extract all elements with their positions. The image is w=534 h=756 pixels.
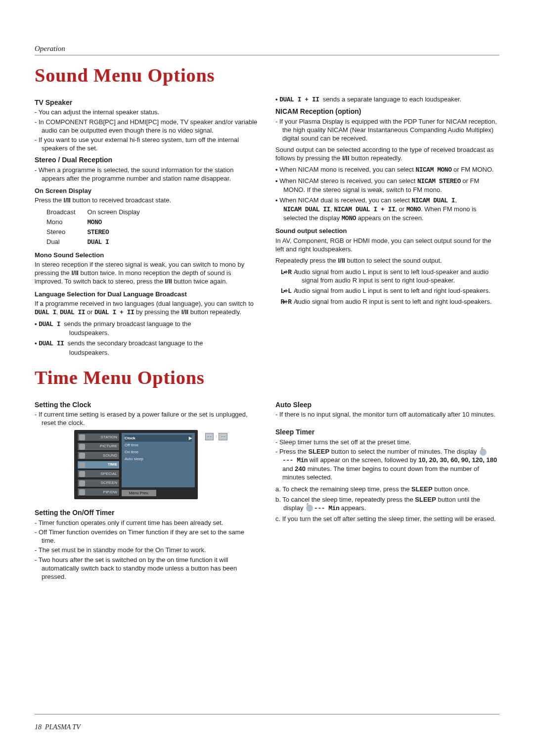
sleep-icon [480,449,487,456]
list-item: L+L :Audio signal from audio L input is … [275,286,499,295]
clock-list: If current time setting is erased by a p… [35,410,259,427]
stereo-dual-heading: Stereo / Dual Reception [35,155,259,164]
sound-out-p1: In AV, Component, RGB or HDMI mode, you … [275,236,499,253]
sound-title: Sound Menu Options [35,64,499,86]
list-item: When a programme is selected, the sound … [35,166,259,183]
list-item: In COMPONENT RGB[PC] and HDMI[PC] mode, … [35,118,259,135]
tv-tab-picture: PICTURE [77,442,120,451]
list-item: DUAL I sends the primary broadcast langu… [35,320,259,337]
list-item: When NICAM stereo is received, you can s… [275,177,499,194]
tv-tab-sound: SOUND [77,451,120,460]
osd-th: Broadcast [46,207,88,217]
lang-sel-text: If a programme received in two languages… [35,299,259,317]
list-item: If your Plasma Display is equipped with … [275,117,499,142]
list-item: b. To cancel the sleep time, repeatedly … [275,495,499,513]
footer-rule [35,714,499,714]
speaker-icon [79,453,85,459]
dual-extra: DUAL I + II sends a separate language to… [275,95,499,104]
mono-sel-text: In stereo reception if the stereo signal… [35,260,259,285]
onoff-list: Timer function operates only if current … [35,519,259,581]
tv-left-pane: STATION PICTURE SOUND TIME SPECIAL SCREE… [77,433,120,496]
sound-out-label: Sound output selection [275,227,499,235]
tv-speaker-list: You can adjust the internal speaker stat… [35,108,259,152]
tv-tab-station: STATION [77,433,120,441]
list-item: If there is no input signal, the monitor… [275,410,499,419]
tv-right-pane: Clock▶ Off time On time Auto sleep [122,433,195,487]
osd-cell: MONO [88,219,102,226]
page-footer: 18 PLASMA TV [35,714,499,731]
list-item: R+R :Audio signal from audio R input is … [275,297,499,306]
list-item: If current time setting is erased by a p… [35,410,259,427]
lang-sel-bullets: DUAL I sends the primary broadcast langu… [35,320,259,357]
tv-tab-time: TIME [77,461,120,469]
list-item: Press the SLEEP button to select the num… [275,447,499,482]
osd-cell: DUAL I [88,238,109,246]
time-col-left: Setting the Clock If current time settin… [35,397,259,584]
tv-tab-special: SPECIAL [77,470,120,478]
sleep-icon [306,505,313,512]
mono-sel-label: Mono Sound Selection [35,251,259,259]
sound-out-rows: L+R :Audio signal from audio L input is … [275,268,499,307]
pip-icon [79,489,85,495]
tv-menu-prev: Menu Prev. [122,490,156,496]
onoff-heading: Setting the On/Off Timer [35,508,259,517]
osd-cell: Dual [46,237,88,247]
sleep-timer-abc: a. To check the remaining sleep time, pr… [275,485,499,523]
sound-col-left: TV Speaker You can adjust the internal s… [35,95,259,360]
osd-table: BroadcastOn screen Display MonoMONO Ster… [46,207,152,247]
list-item: Off Timer function overrides on Timer fu… [35,528,259,545]
nicam-heading: NICAM Reception (option) [275,107,499,116]
list-item: You can adjust the internal speaker stat… [35,108,259,116]
sleep-timer-heading: Sleep Timer [275,427,499,436]
footer-label: PLASMA TV [45,723,81,731]
header-rule [35,55,499,55]
list-item: If you want to use your external hi-fi s… [35,136,259,152]
screen-icon [79,480,85,486]
nicam-bullets: When NICAM mono is received, you can sel… [275,165,499,223]
osd-cell: Stereo [46,227,88,237]
osd-cell: Mono [46,217,88,227]
list-item: Sleep timer turns the set off at the pre… [275,438,499,446]
osd-cell: STEREO [88,229,109,236]
list-item: The set must be in standby mode for the … [35,546,259,554]
auto-sleep-list: If there is no input signal, the monitor… [275,410,499,419]
list-item: L+R :Audio signal from audio L input is … [275,268,499,284]
sound-columns: TV Speaker You can adjust the internal s… [35,95,499,360]
picture-icon [79,444,85,450]
osd-label: On Screen Display [35,187,259,195]
list-item: a. To check the remaining sleep time, pr… [275,485,499,493]
stereo-dual-list: When a programme is selected, the sound … [35,166,259,183]
list-item: When NICAM mono is received, you can sel… [275,165,499,174]
clock-icon [79,462,85,468]
sound-out-p2: Repeatedly press the I/II button to sele… [275,256,499,265]
list-item: DUAL I + II sends a separate language to… [275,95,499,104]
clock-heading: Setting the Clock [35,400,259,409]
section-label: Operation [35,45,499,53]
nicam-para: Sound output can be selected according t… [275,145,499,162]
list-item: c. If you turn the set off after setting… [275,515,499,523]
tv-tab-screen: SCREEN [77,479,120,487]
right-arrow-icon: ▶ [189,436,192,441]
lang-sel-label: Language Selection for Dual Language Bro… [35,290,259,298]
tv-item-clock: Clock▶ [125,435,192,442]
osd-instruction: Press the I/II button to received broadc… [35,196,259,204]
time-title: Time Menu Options [35,367,499,388]
tv-item-ontime: On time [125,449,192,456]
list-item: Two hours after the set is switched on b… [35,556,259,581]
tv-menu-mock: STATION PICTURE SOUND TIME SPECIAL SCREE… [74,430,198,499]
list-item: When NICAM dual is received, you can sel… [275,196,499,223]
auto-sleep-heading: Auto Sleep [275,400,499,409]
tv-tab-pipdw: PIP/DW [77,488,120,496]
page-number: 18 [35,723,42,731]
time-col-right: Auto Sleep If there is no input signal, … [275,397,499,584]
sleep-timer-list: Sleep timer turns the set off at the pre… [275,438,499,482]
gear-icon [79,471,85,477]
tv-speaker-heading: TV Speaker [35,98,259,107]
time-columns: Setting the Clock If current time settin… [35,397,499,584]
antenna-icon [79,434,85,440]
sound-col-right: DUAL I + II sends a separate language to… [275,95,499,360]
tv-item-offtime: Off time [125,442,192,449]
osd-th: On screen Display [88,207,152,217]
nicam-list: If your Plasma Display is equipped with … [275,117,499,142]
tv-item-autosleep: Auto sleep [125,456,192,463]
